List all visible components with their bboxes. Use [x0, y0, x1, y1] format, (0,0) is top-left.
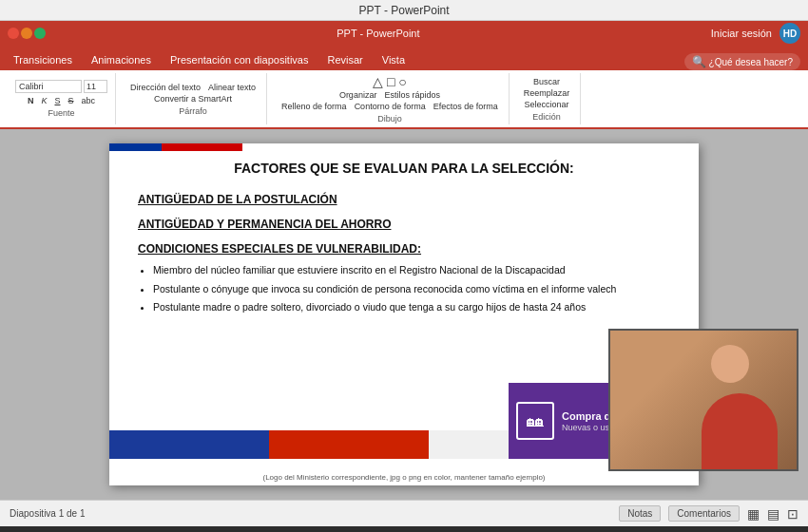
section-heading-3: CONDICIONES ESPECIALES DE VULNERABILIDAD…	[138, 242, 670, 256]
font-controls: Calibri 11	[15, 80, 107, 93]
slide-canvas-area: FACTORES QUE SE EVALUAN PARA LA SELECCIÓ…	[0, 129, 808, 500]
notes-button[interactable]: Notas	[619, 505, 661, 522]
window-title: PPT - PowerPoint	[337, 28, 419, 39]
tab-revisar[interactable]: Revisar	[317, 49, 372, 70]
webcam-overlay	[608, 329, 798, 471]
ribbon-tabs: Transiciones Animaciones Presentación co…	[0, 46, 808, 70]
strikethrough-button[interactable]: S	[66, 95, 77, 106]
slide-main-title: FACTORES QUE SE EVALUAN PARA LA SELECCIÓ…	[138, 161, 670, 176]
underline-button[interactable]: S	[51, 95, 63, 106]
tab-animaciones[interactable]: Animaciones	[82, 49, 161, 70]
subscript-button[interactable]: abc	[79, 95, 99, 106]
text-direction-button[interactable]: Dirección del texto	[127, 82, 203, 93]
shape-icons: △ □ ○	[373, 74, 407, 89]
window-maximize[interactable]	[34, 28, 46, 39]
window-close[interactable]	[8, 28, 19, 39]
ribbon-content: Calibri 11 N K S S abc Fuente Dirección …	[0, 70, 808, 129]
tab-vista[interactable]: Vista	[373, 49, 414, 70]
bottom-blue-bar	[109, 430, 269, 459]
outline-shape-button[interactable]: Contorno de forma	[352, 101, 429, 112]
select-button[interactable]: Seleccionar	[521, 99, 571, 110]
main-area: FACTORES QUE SE EVALUAN PARA LA SELECCIÓ…	[0, 129, 808, 500]
flag-blue-segment	[109, 143, 162, 151]
view-normal-icon[interactable]: ▦	[747, 506, 760, 522]
bottom-white-bar	[429, 430, 509, 459]
smartart-row: Convertir a SmartArt	[151, 93, 235, 104]
section-heading-1: ANTIGÜEDAD DE LA POSTULACIÓN	[138, 193, 670, 206]
bold-button[interactable]: N	[25, 95, 37, 106]
font-size-input[interactable]: 11	[84, 80, 107, 93]
vulnerability-bullets: Miembro del núcleo familiar que estuvier…	[153, 263, 670, 314]
italic-button[interactable]: K	[38, 95, 49, 106]
title-bar: PPT - PowerPoint	[0, 0, 808, 21]
slide-count-label: Diapositiva 1 de 1	[10, 508, 86, 519]
font-name-input[interactable]: Calibri	[15, 80, 82, 93]
status-bar: Diapositiva 1 de 1 Notas Comentarios ▦ ▤…	[0, 500, 808, 526]
bullet-2: Postulante o cónyuge que invoca su condi…	[153, 282, 670, 296]
section-heading-2: ANTIGÜEDAD Y PERMANENCIA DEL AHORRO	[138, 218, 670, 231]
paragraph-group-label: Párrafo	[179, 106, 207, 116]
search-placeholder: ¿Qué desea hacer?	[709, 57, 793, 67]
align-text-button[interactable]: Alinear texto	[205, 82, 259, 93]
user-avatar[interactable]: HD	[779, 23, 800, 44]
tab-transiciones[interactable]: Transiciones	[4, 49, 82, 70]
view-reading-icon[interactable]: ▤	[767, 506, 779, 522]
tab-presentacion[interactable]: Presentación con diapositivas	[161, 49, 318, 70]
login-button[interactable]: Iniciar sesión	[711, 28, 772, 39]
banner-building-icon: 🏘	[516, 402, 554, 440]
slide-bottom-bars	[109, 430, 509, 459]
app-title: PPT - PowerPoint	[358, 4, 449, 17]
slide-footer: (Logo del Ministerio correspondiente, jp…	[109, 473, 699, 482]
shape-format-row: Relleno de forma Contorno de forma Efect…	[279, 101, 501, 112]
webcam-person-view	[610, 331, 797, 469]
organize-button[interactable]: Organizar	[337, 89, 380, 101]
ribbon-group-drawing: △ □ ○ Organizar Estilos rápidos Relleno …	[271, 73, 510, 124]
convert-smartart-button[interactable]: Convertir a SmartArt	[151, 93, 235, 104]
shapes-palette[interactable]: △ □ ○	[373, 74, 407, 89]
paragraph-buttons: Dirección del texto Alinear texto	[127, 82, 259, 93]
view-slideshow-icon[interactable]: ⊡	[787, 506, 798, 522]
status-right: Notas Comentarios ▦ ▤ ⊡	[619, 505, 798, 522]
person-head-shape	[711, 345, 749, 383]
bullet-3: Postulante madre o padre soltero, divorc…	[153, 300, 670, 314]
bottom-red-bar	[269, 430, 429, 459]
ribbon-top-bar: PPT - PowerPoint Iniciar sesión HD	[0, 21, 808, 46]
fill-shape-button[interactable]: Relleno de forma	[279, 101, 350, 112]
ribbon-group-paragraph: Dirección del texto Alinear texto Conver…	[120, 73, 267, 124]
find-button[interactable]: Buscar	[530, 76, 563, 87]
flag-red-segment	[162, 143, 242, 151]
quick-styles-button[interactable]: Estilos rápidos	[381, 89, 443, 101]
window-minimize[interactable]	[21, 28, 32, 39]
editing-group-label: Edición	[532, 112, 561, 122]
replace-button[interactable]: Reemplazar	[521, 87, 573, 99]
flag-top-bar	[109, 143, 699, 151]
ribbon-group-font: Calibri 11 N K S S abc Fuente	[8, 73, 116, 124]
bullet-1: Miembro del núcleo familiar que estuvier…	[153, 263, 670, 277]
ribbon-top-right: Iniciar sesión HD	[711, 23, 800, 44]
search-bar[interactable]: 🔍 ¿Qué desea hacer?	[684, 53, 800, 70]
organize-styles-row: Organizar Estilos rápidos	[337, 89, 443, 101]
font-group-label: Fuente	[48, 108, 74, 118]
drawing-group-label: Dibujo	[377, 114, 402, 124]
effects-shape-button[interactable]: Efectos de forma	[431, 101, 501, 112]
font-format-buttons: N K S S abc	[25, 95, 98, 106]
comments-button[interactable]: Comentarios	[668, 505, 740, 522]
ribbon-group-editing: Buscar Reemplazar Seleccionar Edición	[513, 73, 582, 124]
slide-content-area: FACTORES QUE SE EVALUAN PARA LA SELECCIÓ…	[109, 143, 699, 339]
status-left: Diapositiva 1 de 1	[10, 508, 86, 519]
person-body-shape	[702, 393, 778, 469]
